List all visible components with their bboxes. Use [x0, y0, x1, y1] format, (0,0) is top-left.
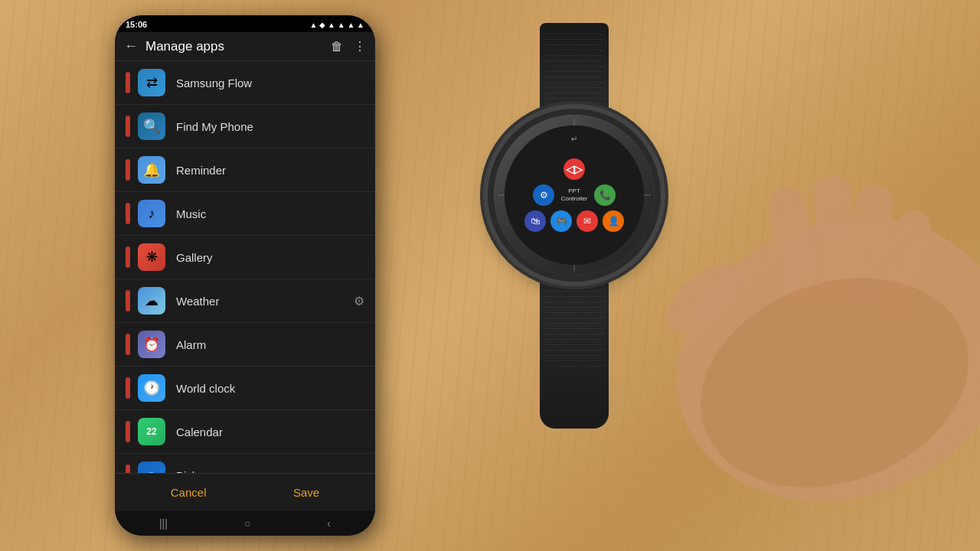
drag-handle[interactable]	[126, 159, 130, 181]
list-item[interactable]: ♪ Music	[115, 192, 375, 236]
app-name: World clock	[176, 382, 364, 395]
bottom-action-bar: Cancel Save	[115, 473, 375, 511]
settings-icon[interactable]: ⚙	[354, 294, 364, 308]
list-item[interactable]: ❋ Gallery	[115, 236, 375, 279]
back-button[interactable]: ←	[124, 38, 138, 54]
watch-app-grid: ◁▷ ⚙ PPT Controller 📞 🛍 🎮 ✉ 👤	[505, 126, 644, 265]
phone-device: 15:06 ▲ ◆ ▲ ▲ ▲ ▲ ← Manage apps 🗑 ⋮ ⇄ Sa…	[115, 15, 375, 536]
watch-app-row: 🛍 🎮 ✉ 👤	[524, 210, 624, 232]
list-item[interactable]: 🔍 Find My Phone	[115, 105, 375, 148]
save-button[interactable]: Save	[278, 481, 335, 504]
watch-app-phone[interactable]: 📞	[594, 184, 616, 206]
app-icon-weather: ☁	[138, 287, 165, 315]
app-list: ⇄ Samsung Flow 🔍 Find My Phone 🔔 Reminde…	[115, 61, 375, 473]
list-item[interactable]: 22 Calendar	[115, 410, 375, 454]
list-item[interactable]: ☁ Weather ⚙	[115, 279, 375, 323]
status-icons: ▲ ◆ ▲ ▲ ▲ ▲	[310, 21, 364, 29]
app-name: Samsung Flow	[176, 77, 364, 90]
drag-handle[interactable]	[126, 203, 130, 224]
app-icon-calendar: 22	[138, 418, 165, 445]
home-nav-icon[interactable]: ○	[244, 517, 250, 530]
watch-app-contacts[interactable]: 👤	[603, 210, 624, 232]
watch-body: ↵ ◁▷ ⚙ PPT Controller 📞 🛍 🎮 ✉	[494, 115, 655, 276]
app-icon-find-my-phone: 🔍	[138, 112, 165, 140]
drag-handle[interactable]	[126, 421, 130, 442]
watch-strap-top	[540, 23, 609, 115]
watch-strap-bottom	[540, 276, 609, 429]
app-icon-reminder: 🔔	[138, 156, 165, 184]
list-item[interactable]: ⇄ Samsung Flow	[115, 61, 375, 105]
status-time: 15:06	[126, 20, 147, 29]
app-name: Reminder	[176, 164, 364, 177]
watch-app-row: ◁▷	[564, 158, 585, 180]
app-name: Find My Phone	[176, 120, 364, 133]
watch-app-games[interactable]: 🎮	[550, 210, 572, 232]
app-name: Music	[176, 207, 364, 220]
list-item[interactable]: ⏰ Alarm	[115, 323, 375, 367]
more-options-icon[interactable]: ⋮	[354, 39, 366, 54]
app-icon-world-clock: 🕐	[138, 374, 165, 402]
top-bar-actions: 🗑 ⋮	[331, 39, 366, 54]
delete-icon[interactable]: 🗑	[331, 40, 343, 54]
watch-app-ppt[interactable]: ◁▷	[564, 158, 585, 180]
cancel-button[interactable]: Cancel	[155, 481, 222, 504]
list-item[interactable]: B Bixby	[115, 454, 375, 473]
drag-handle[interactable]	[126, 72, 130, 93]
app-icon-gallery: ❋	[138, 243, 165, 271]
watch-face: ↵ ◁▷ ⚙ PPT Controller 📞 🛍 🎮 ✉	[505, 126, 644, 265]
drag-handle[interactable]	[126, 377, 130, 399]
watch-app-mail[interactable]: ✉	[577, 210, 598, 232]
app-name: Gallery	[176, 251, 364, 264]
app-name: Bixby	[176, 469, 364, 474]
drag-handle[interactable]	[126, 334, 130, 355]
app-icon-samsung-flow: ⇄	[138, 69, 165, 96]
drag-handle[interactable]	[126, 246, 130, 268]
drag-handle[interactable]	[126, 465, 130, 473]
watch-app-row: ⚙ PPT Controller 📞	[533, 184, 616, 206]
list-item[interactable]: 🔔 Reminder	[115, 148, 375, 192]
menu-nav-icon[interactable]: |||	[159, 517, 168, 530]
watch-ppt-label: PPT Controller	[559, 187, 590, 204]
status-bar: 15:06 ▲ ◆ ▲ ▲ ▲ ▲	[115, 15, 375, 32]
app-name: Weather	[176, 295, 354, 308]
watch-app-settings[interactable]: ⚙	[533, 184, 554, 206]
page-title: Manage apps	[145, 39, 331, 54]
app-name: Calendar	[176, 425, 364, 439]
app-icon-alarm: ⏰	[138, 331, 165, 358]
watch-screen: ↵ ◁▷ ⚙ PPT Controller 📞 🛍 🎮 ✉	[505, 126, 644, 265]
app-icon-bixby: B	[138, 461, 165, 473]
watch-app-store[interactable]: 🛍	[524, 210, 546, 232]
drag-handle[interactable]	[126, 116, 130, 137]
nav-bar: ||| ○ ‹	[115, 511, 375, 536]
list-item[interactable]: 🕐 World clock	[115, 367, 375, 410]
app-icon-music: ♪	[138, 200, 165, 227]
top-bar: ← Manage apps 🗑 ⋮	[115, 32, 375, 61]
smartwatch: ↵ ◁▷ ⚙ PPT Controller 📞 🛍 🎮 ✉	[452, 23, 697, 528]
back-nav-icon[interactable]: ‹	[327, 517, 331, 530]
app-name: Alarm	[176, 338, 364, 351]
drag-handle[interactable]	[126, 290, 130, 311]
